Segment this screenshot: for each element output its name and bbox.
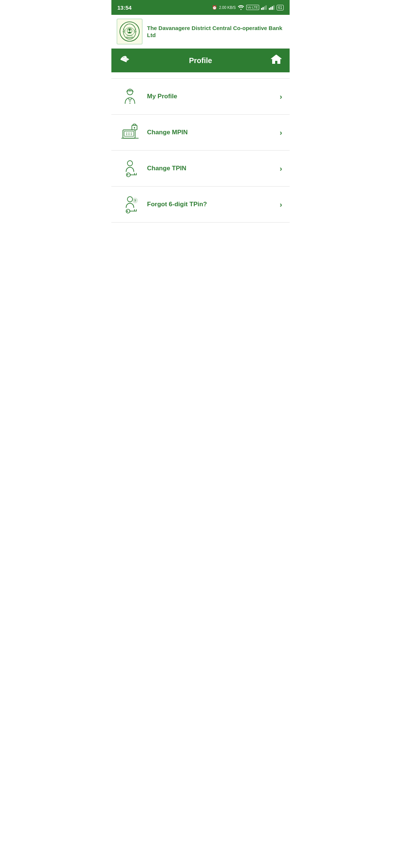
- my-profile-label: My Profile: [147, 93, 280, 100]
- svg-text:?: ?: [134, 199, 136, 203]
- change-mpin-label: Change MPIN: [147, 129, 280, 136]
- my-profile-item[interactable]: My Profile ›: [111, 78, 290, 115]
- svg-rect-7: [273, 5, 274, 10]
- chevron-right-icon-4: ›: [280, 200, 282, 209]
- nav-bar: Profile: [111, 49, 290, 72]
- svg-rect-23: [124, 131, 134, 137]
- change-mpin-item[interactable]: Change MPIN ›: [111, 115, 290, 151]
- network-speed: 2.00 KB/S: [219, 6, 236, 10]
- change-tpin-item[interactable]: Change TPIN ›: [111, 151, 290, 187]
- mpin-icon: [119, 121, 141, 144]
- chevron-right-icon-2: ›: [280, 128, 282, 137]
- forgot-tpin-item[interactable]: ? Forgot 6-digit TPin? ›: [111, 187, 290, 223]
- status-time: 13:54: [117, 4, 131, 11]
- chevron-right-icon: ›: [280, 92, 282, 101]
- svg-point-38: [127, 174, 128, 175]
- svg-rect-1: [263, 7, 264, 10]
- bank-logo: [117, 19, 143, 45]
- svg-point-15: [128, 29, 131, 31]
- menu-list: My Profile ›: [111, 72, 290, 228]
- page-title: Profile: [189, 56, 212, 65]
- svg-point-39: [127, 197, 133, 202]
- forgot-tpin-label: Forgot 6-digit TPin?: [147, 201, 280, 208]
- svg-rect-3: [265, 5, 267, 10]
- svg-point-29: [131, 134, 132, 135]
- bank-name: The Davanagere District Central Co-opera…: [147, 24, 284, 39]
- svg-rect-4: [269, 8, 270, 10]
- wifi-icon: [238, 5, 244, 10]
- signal-icon-2: [269, 5, 275, 10]
- alarm-icon: ⏰: [212, 5, 217, 10]
- svg-point-25: [128, 132, 130, 134]
- svg-point-26: [131, 132, 132, 134]
- chevron-right-icon-3: ›: [280, 164, 282, 173]
- svg-point-44: [127, 210, 128, 211]
- bank-header: The Davanagere District Central Co-opera…: [111, 15, 290, 49]
- svg-rect-16: [127, 35, 133, 36]
- forgot-tpin-icon: ?: [119, 193, 141, 216]
- svg-point-20: [130, 101, 131, 102]
- back-button[interactable]: [119, 54, 131, 67]
- tpin-icon: [119, 157, 141, 180]
- svg-rect-0: [261, 8, 262, 10]
- svg-point-21: [130, 103, 131, 104]
- status-icons: ⏰ 2.00 KB/S Vo LTE: [212, 5, 284, 10]
- status-bar: 13:54 ⏰ 2.00 KB/S Vo LTE: [111, 0, 290, 15]
- svg-point-28: [128, 134, 130, 135]
- person-icon: [119, 85, 141, 108]
- svg-point-27: [126, 134, 127, 135]
- svg-point-24: [126, 132, 127, 134]
- svg-rect-5: [270, 7, 271, 10]
- battery-indicator: 61: [277, 5, 284, 10]
- svg-rect-6: [272, 6, 273, 10]
- change-tpin-label: Change TPIN: [147, 165, 280, 172]
- volte-icon: Vo LTE: [246, 5, 259, 10]
- home-button[interactable]: [270, 54, 282, 68]
- svg-point-33: [127, 161, 133, 166]
- signal-icon-1: [261, 5, 267, 10]
- svg-rect-2: [264, 6, 265, 10]
